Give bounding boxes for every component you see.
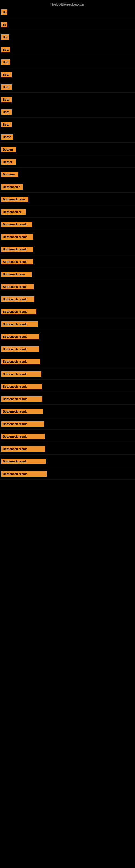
bottleneck-label[interactable]: Bottleneck result bbox=[1, 297, 34, 302]
bottleneck-label[interactable]: Bottle bbox=[1, 134, 13, 140]
bottleneck-label[interactable]: Bottleneck result bbox=[1, 334, 39, 339]
bottleneck-label[interactable]: Bottleneck result bbox=[1, 459, 46, 464]
list-item: Bottle bbox=[0, 131, 135, 143]
list-item: Bottleneck result bbox=[0, 406, 135, 417]
bottleneck-label[interactable]: Bottleneck result bbox=[1, 247, 33, 252]
bottleneck-label[interactable]: Bottleneck result bbox=[1, 471, 47, 476]
bottleneck-label[interactable]: Bo bbox=[1, 22, 7, 27]
bottleneck-label[interactable]: Bottleneck result bbox=[1, 396, 42, 402]
list-item: Bottl bbox=[0, 106, 135, 118]
bottleneck-label[interactable]: Bo bbox=[1, 9, 7, 15]
list-item: Bottleneck result bbox=[0, 331, 135, 342]
list-item: Bottleneck result bbox=[0, 256, 135, 268]
list-item: Bottleneck result bbox=[0, 356, 135, 367]
list-item: Bottleneck result bbox=[0, 456, 135, 467]
items-container: BoBoBotBottBottBottlBottlBottlBottlBottl… bbox=[0, 7, 135, 479]
list-item: Bottleneck resu bbox=[0, 194, 135, 205]
bottleneck-label[interactable]: Bottleneck result bbox=[1, 434, 45, 439]
bottleneck-label[interactable]: Bottleneck result bbox=[1, 222, 32, 227]
list-item: Bottl bbox=[0, 82, 135, 93]
list-item: Bottleneck result bbox=[0, 431, 135, 442]
list-item: Bottleneck resu bbox=[0, 269, 135, 280]
bottleneck-label[interactable]: Bottl bbox=[1, 109, 12, 115]
list-item: Bottl bbox=[0, 94, 135, 105]
list-item: Bottleneck result bbox=[0, 294, 135, 305]
bottleneck-label[interactable]: Bottleneck resu bbox=[1, 272, 32, 277]
bottleneck-label[interactable]: Bottl bbox=[1, 72, 12, 77]
bottleneck-label[interactable]: Bottleneck result bbox=[1, 234, 33, 240]
list-item: Bottleneck result bbox=[0, 369, 135, 380]
list-item: Bo bbox=[0, 7, 135, 18]
bottleneck-label[interactable]: Bott bbox=[1, 59, 10, 65]
list-item: Bottleneck result bbox=[0, 219, 135, 230]
list-item: Bo bbox=[0, 19, 135, 30]
list-item: Bottleneck result bbox=[0, 468, 135, 479]
list-item: Bott bbox=[0, 44, 135, 55]
bottleneck-label[interactable]: Bottl bbox=[1, 97, 12, 102]
list-item: Bottlene bbox=[0, 169, 135, 180]
list-item: Bottleneck result bbox=[0, 231, 135, 243]
list-item: Bottleneck result bbox=[0, 381, 135, 392]
bottleneck-label[interactable]: Bottleneck result bbox=[1, 421, 44, 427]
bottleneck-label[interactable]: Bottl bbox=[1, 122, 12, 127]
bottleneck-label[interactable]: Bottler bbox=[1, 159, 16, 165]
bottleneck-label[interactable]: Bottleneck result bbox=[1, 346, 39, 352]
bottleneck-label[interactable]: Bottleneck result bbox=[1, 409, 43, 414]
list-item: Bott bbox=[0, 57, 135, 68]
bottleneck-label[interactable]: Bottl bbox=[1, 84, 12, 90]
list-item: Bot bbox=[0, 32, 135, 43]
list-item: Bottleneck result bbox=[0, 418, 135, 430]
bottleneck-label[interactable]: Bott bbox=[1, 47, 10, 52]
list-item: Bottleneck r bbox=[0, 182, 135, 193]
list-item: Bottleneck result bbox=[0, 281, 135, 292]
list-item: Bottleneck result bbox=[0, 244, 135, 255]
bottleneck-label[interactable]: Bottleneck result bbox=[1, 371, 41, 377]
list-item: Bottleneck result bbox=[0, 319, 135, 330]
list-item: Bottleneck re bbox=[0, 207, 135, 218]
list-item: Bottleneck result bbox=[0, 344, 135, 355]
list-item: Bottler bbox=[0, 156, 135, 167]
bottleneck-label[interactable]: Bottlene bbox=[1, 172, 18, 177]
bottleneck-label[interactable]: Bottleneck result bbox=[1, 359, 41, 364]
bottleneck-label[interactable]: Bot bbox=[1, 34, 9, 40]
bottleneck-label[interactable]: Bottleneck result bbox=[1, 384, 42, 389]
bottleneck-label[interactable]: Bottleneck resu bbox=[1, 197, 28, 202]
bottleneck-label[interactable]: Bottleneck result bbox=[1, 321, 38, 327]
bottleneck-label[interactable]: Bottleneck result bbox=[1, 309, 37, 314]
bottleneck-label[interactable]: Bottleneck r bbox=[1, 184, 23, 190]
list-item: Bottlen bbox=[0, 144, 135, 155]
bottleneck-label[interactable]: Bottleneck result bbox=[1, 259, 33, 265]
bottleneck-label[interactable]: Bottleneck result bbox=[1, 284, 34, 289]
bottleneck-label[interactable]: Bottleneck result bbox=[1, 446, 45, 452]
list-item: Bottleneck result bbox=[0, 394, 135, 405]
list-item: Bottleneck result bbox=[0, 306, 135, 317]
bottleneck-label[interactable]: Bottleneck re bbox=[1, 209, 26, 215]
list-item: Bottl bbox=[0, 69, 135, 80]
list-item: Bottl bbox=[0, 119, 135, 130]
list-item: Bottleneck result bbox=[0, 443, 135, 455]
bottleneck-label[interactable]: Bottlen bbox=[1, 147, 16, 152]
